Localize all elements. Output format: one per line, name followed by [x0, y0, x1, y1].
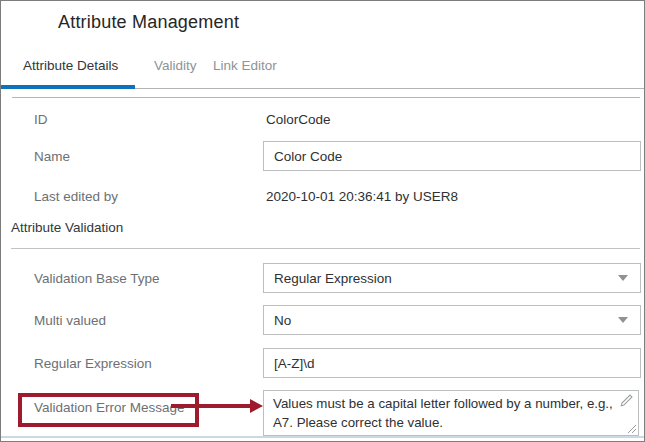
- annotation-arrowhead-icon: [250, 399, 263, 413]
- multi-valued-select[interactable]: No: [263, 305, 641, 335]
- name-label: Name: [34, 149, 70, 164]
- multi-valued-label: Multi valued: [34, 313, 106, 328]
- attribute-validation-section-header: Attribute Validation: [11, 220, 123, 235]
- resize-handle-icon[interactable]: [627, 424, 637, 434]
- validation-error-message-label: Validation Error Message: [34, 400, 185, 415]
- validation-error-message-field: Values must be a capital letter followed…: [263, 390, 639, 436]
- id-value: ColorCode: [266, 112, 331, 127]
- last-edited-label: Last edited by: [34, 189, 118, 204]
- validation-base-type-label: Validation Base Type: [34, 271, 160, 286]
- active-tab-underline: [1, 85, 135, 89]
- edit-pencil-icon[interactable]: [619, 394, 633, 408]
- validation-error-message-textarea[interactable]: Values must be a capital letter followed…: [263, 390, 639, 436]
- id-label: ID: [34, 112, 48, 127]
- page-title: Attribute Management: [58, 12, 239, 33]
- validation-base-type-select[interactable]: Regular Expression: [263, 263, 641, 293]
- chevron-down-icon: [618, 275, 628, 281]
- chevron-down-icon: [618, 317, 628, 323]
- section-divider: [11, 248, 640, 249]
- bottom-edge-strip: [1, 436, 645, 438]
- attribute-management-window: Attribute Management Attribute Details V…: [0, 0, 645, 442]
- regular-expression-label: Regular Expression: [34, 356, 152, 371]
- content-top-divider: [12, 97, 640, 98]
- multi-valued-value: No: [274, 313, 291, 328]
- name-input[interactable]: [263, 141, 641, 171]
- regular-expression-input[interactable]: [263, 348, 641, 378]
- tab-link-editor[interactable]: Link Editor: [213, 58, 277, 73]
- last-edited-value: 2020-10-01 20:36:41 by USER8: [266, 189, 458, 204]
- tab-validity[interactable]: Validity: [154, 58, 197, 73]
- validation-base-type-value: Regular Expression: [274, 271, 392, 286]
- tab-attribute-details[interactable]: Attribute Details: [23, 58, 118, 73]
